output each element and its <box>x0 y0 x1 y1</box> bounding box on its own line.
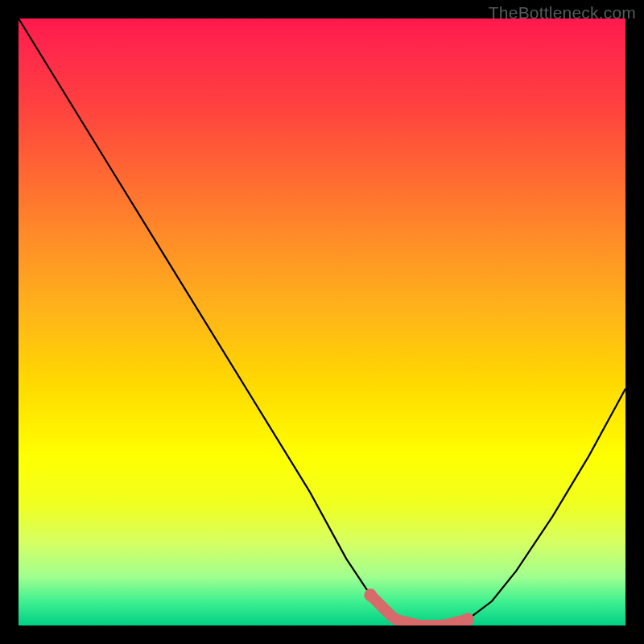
highlight-path <box>370 595 468 625</box>
highlight-start-dot <box>364 588 377 601</box>
watermark-text: TheBottleneck.com <box>489 3 636 23</box>
curve-path <box>19 19 625 625</box>
bottleneck-curve <box>19 19 625 625</box>
plot-area <box>19 19 625 625</box>
chart-frame: TheBottleneck.com <box>0 0 644 644</box>
highlight-end-dot <box>461 613 474 626</box>
